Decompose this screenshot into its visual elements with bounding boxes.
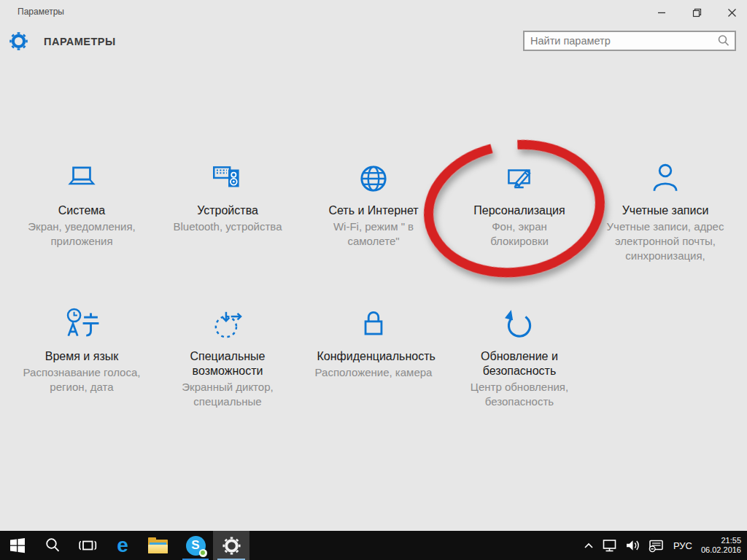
tile-title: Конфиденциальность — [317, 349, 430, 364]
account-icon — [647, 160, 684, 197]
file-explorer-button[interactable] — [140, 531, 175, 560]
titlebar: Параметры — [0, 0, 747, 23]
tile-subtitle: Экранный диктор, специальные — [165, 380, 290, 409]
tile-subtitle: Центр обновления, безопасность — [457, 380, 582, 409]
tile-subtitle: Фон, экран блокировки — [475, 219, 564, 249]
tile-devices[interactable]: Устройства Bluetooth, устройства — [155, 155, 301, 297]
tray-chevron-up-button[interactable] — [583, 531, 595, 560]
time-language-icon — [63, 306, 100, 343]
tile-time-language[interactable]: Время и язык Распознавание голоса, регио… — [9, 300, 155, 443]
clock[interactable]: 21:55 06.02.2016 — [701, 531, 744, 560]
tray-keyboard-button[interactable] — [648, 531, 665, 560]
touch-keyboard-icon — [648, 539, 665, 553]
chevron-up-icon — [583, 540, 595, 551]
tile-privacy[interactable]: Конфиденциальность Расположение, камера — [301, 300, 446, 443]
speaker-icon — [625, 539, 641, 552]
gear-icon — [9, 32, 28, 50]
system-tray: РУС 21:55 06.02.2016 — [583, 531, 744, 560]
taskbar: e S — [0, 531, 747, 560]
search-input[interactable] — [525, 35, 716, 47]
minimize-button[interactable] — [651, 4, 673, 20]
devices-icon — [209, 160, 246, 197]
search-icon — [44, 537, 61, 554]
tile-subtitle: Учетные записи, адрес электронной почты,… — [597, 219, 733, 263]
tile-title: Специальные возможности — [171, 349, 285, 378]
ease-of-access-icon — [209, 306, 246, 343]
file-explorer-icon — [148, 538, 168, 553]
tile-subtitle: Распознавание голоса, регион, дата — [19, 365, 144, 394]
tile-accounts[interactable]: Учетные записи Учетные записи, адрес эле… — [592, 155, 738, 297]
tile-title: Система — [26, 203, 139, 218]
tray-date: 06.02.2016 — [701, 545, 741, 555]
language-indicator[interactable]: РУС — [671, 531, 694, 560]
tile-update-security[interactable]: Обновление и безопасность Центр обновлен… — [446, 300, 592, 443]
laptop-icon — [63, 160, 100, 197]
tile-title: Сеть и Интернет — [317, 203, 430, 218]
window-title: Параметры — [18, 7, 64, 17]
tile-title: Время и язык — [26, 349, 139, 364]
gear-icon — [222, 537, 241, 555]
skype-icon: S — [186, 536, 206, 556]
page-title: ПАРАМЕТРЫ — [44, 36, 116, 47]
tile-network[interactable]: Сеть и Интернет Wi-Fi, режим " в самолет… — [301, 155, 446, 297]
task-view-button[interactable] — [70, 531, 105, 560]
skype-status-dot — [199, 549, 207, 557]
tray-time: 21:55 — [701, 536, 741, 545]
close-icon — [727, 8, 737, 18]
settings-button-active[interactable] — [213, 531, 249, 560]
network-icon — [601, 538, 619, 553]
skype-button[interactable]: S — [178, 531, 213, 560]
tile-title: Учетные записи — [609, 203, 722, 218]
tile-subtitle: Расположение, камера — [311, 365, 436, 380]
personalization-icon — [501, 160, 538, 197]
edge-button[interactable]: e — [105, 531, 140, 560]
tile-personalization[interactable]: Персонализация Фон, экран блокировки — [446, 155, 592, 297]
search-box[interactable] — [523, 31, 736, 51]
taskbar-search-button[interactable] — [35, 531, 70, 560]
minimize-icon — [657, 8, 666, 17]
settings-window: Параметры ПАРАМЕТРЫ — [0, 0, 747, 531]
tile-system[interactable]: Система Экран, уведомления, приложения — [9, 155, 155, 297]
tile-title: Обновление и безопасность — [463, 349, 576, 378]
tray-volume-button[interactable] — [625, 531, 641, 560]
update-security-icon — [501, 306, 538, 343]
edge-icon: e — [117, 535, 128, 556]
privacy-lock-icon — [355, 306, 392, 343]
close-button[interactable] — [721, 4, 743, 20]
start-button[interactable] — [0, 531, 35, 560]
restore-button[interactable] — [686, 4, 708, 20]
tile-ease-of-access[interactable]: Специальные возможности Экранный диктор,… — [155, 300, 301, 443]
tray-network-button[interactable] — [601, 531, 619, 560]
tile-subtitle: Wi-Fi, режим " в самолете" — [311, 219, 436, 249]
windows-logo-icon — [9, 537, 26, 553]
tile-title: Устройства — [171, 203, 285, 218]
tile-subtitle: Bluetooth, устройства — [165, 219, 290, 234]
globe-icon — [355, 160, 392, 197]
tile-subtitle: Экран, уведомления, приложения — [19, 219, 144, 249]
tile-title: Персонализация — [463, 203, 576, 218]
task-view-icon — [77, 537, 98, 554]
restore-icon — [692, 8, 702, 18]
search-icon[interactable] — [716, 34, 731, 48]
